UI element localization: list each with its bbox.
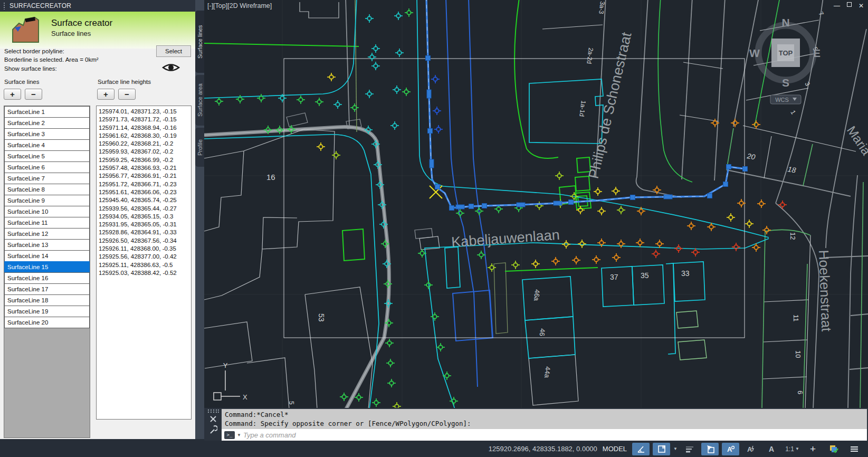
- survey-point: [436, 343, 445, 351]
- survey-point: [612, 187, 620, 195]
- surface-lines-listbox[interactable]: SurfaceLine 1SurfaceLine 2SurfaceLine 3S…: [4, 106, 90, 438]
- survey-point: [636, 239, 644, 247]
- tab-profile[interactable]: Profile: [195, 128, 204, 167]
- autoscale-button[interactable]: A: [742, 443, 760, 455]
- polyline-grip[interactable]: [569, 200, 574, 205]
- surface-line-item[interactable]: SurfaceLine 18: [4, 294, 90, 306]
- surface-line-item[interactable]: SurfaceLine 14: [4, 250, 90, 262]
- polyline-grip[interactable]: [426, 56, 431, 61]
- eye-icon[interactable]: [161, 61, 180, 74]
- survey-point: [572, 256, 580, 264]
- polyline-grip[interactable]: [427, 90, 431, 98]
- command-prompt-icon[interactable]: >_: [224, 431, 235, 439]
- add-surface-line-button[interactable]: +: [4, 89, 21, 100]
- remove-height-button[interactable]: −: [118, 89, 136, 100]
- wcs-menu[interactable]: WCS: [770, 95, 801, 104]
- surface-line-item[interactable]: SurfaceLine 3: [4, 128, 90, 140]
- polyline-grip[interactable]: [469, 204, 474, 209]
- polyline-grip[interactable]: [456, 205, 464, 209]
- palette-titlebar[interactable]: SURFACECREATOR: [0, 0, 195, 12]
- polyline-grip[interactable]: [631, 195, 635, 200]
- polyline-grip[interactable]: [727, 165, 731, 169]
- survey-point: [778, 201, 787, 209]
- surface-lines-other: [446, 0, 493, 387]
- surface-line-item[interactable]: SurfaceLine 5: [4, 150, 90, 162]
- survey-point: [731, 119, 739, 127]
- command-input-row[interactable]: >_ ▼ Type a command: [222, 429, 867, 441]
- surface-line-item[interactable]: SurfaceLine 16: [4, 272, 90, 284]
- command-dropdown-icon[interactable]: ▼: [237, 433, 241, 437]
- surface-line-item[interactable]: SurfaceLine 1: [4, 106, 90, 118]
- surface-line-heights-listbox[interactable]: 125974.01, 428371.23, -0.15125971.73, 42…: [96, 106, 192, 420]
- object-snap-button[interactable]: [653, 443, 670, 455]
- surface-line-item[interactable]: SurfaceLine 12: [4, 228, 90, 240]
- polyline-grip[interactable]: [664, 195, 672, 199]
- polyline-grip[interactable]: [517, 203, 525, 207]
- polyline-grip[interactable]: [554, 201, 562, 205]
- remove-surface-line-button[interactable]: −: [25, 89, 42, 100]
- surface-line-item[interactable]: SurfaceLine 8: [4, 184, 90, 195]
- height-row: 125959.93, 428367.02, -0.2: [97, 148, 191, 156]
- polyline-grip[interactable]: [708, 194, 712, 198]
- survey-point: [578, 240, 586, 248]
- viewport-controls-label[interactable]: [-][Top][2D Wireframe]: [207, 2, 272, 9]
- tab-surface-area[interactable]: Surface area: [195, 75, 204, 126]
- viewcube[interactable]: N W E S TOP WCS: [749, 16, 821, 104]
- command-input[interactable]: Type a command: [243, 431, 295, 439]
- survey-point: [236, 95, 244, 103]
- drawing-window-controls: — ✕: [834, 2, 864, 9]
- polyline-grip[interactable]: [743, 167, 748, 172]
- polyline-grip[interactable]: [450, 206, 454, 211]
- polyline-grip[interactable]: [430, 159, 434, 168]
- polyline-grip[interactable]: [428, 129, 433, 134]
- palette-grip-icon[interactable]: [3, 2, 6, 9]
- polyline-grip[interactable]: [482, 204, 487, 208]
- polar-tracking-button[interactable]: [632, 443, 650, 455]
- surface-line-item[interactable]: SurfaceLine 9: [4, 195, 90, 206]
- customization-button[interactable]: [845, 443, 863, 455]
- dock-grip-icon[interactable]: [207, 409, 219, 413]
- close-icon[interactable]: ✕: [859, 2, 864, 9]
- polyline-grip[interactable]: [435, 185, 440, 189]
- close-command-icon[interactable]: [209, 415, 217, 423]
- select-button[interactable]: Select: [156, 45, 191, 57]
- survey-point: [612, 253, 621, 262]
- add-height-button[interactable]: +: [97, 89, 115, 100]
- selection-cycling-button[interactable]: [701, 443, 719, 455]
- polyline-grips-layer[interactable]: [426, 56, 748, 211]
- tab-surface-lines[interactable]: Surface lines: [195, 11, 204, 73]
- command-history[interactable]: Command:*Cancel*Command: Specify opposit…: [222, 409, 867, 429]
- surface-line-item[interactable]: SurfaceLine 17: [4, 283, 90, 295]
- surface-line-item[interactable]: SurfaceLine 19: [4, 306, 90, 317]
- survey-point: [317, 142, 325, 151]
- drawing-viewport[interactable]: — ✕: [204, 0, 868, 409]
- height-row: 125951.72, 428366.71, -0.23: [97, 180, 191, 188]
- add-scales-button[interactable]: +: [804, 443, 822, 455]
- height-row: 125939.56, 428365.44, -0.27: [97, 205, 191, 213]
- surface-line-item[interactable]: SurfaceLine 2: [4, 117, 90, 129]
- survey-point: [531, 260, 540, 268]
- annotation-scale-control[interactable]: 1:1▼: [784, 443, 801, 455]
- lineweight-button[interactable]: [681, 443, 698, 455]
- ucs-y-label: Y: [223, 361, 228, 369]
- surface-line-item[interactable]: SurfaceLine 6: [4, 161, 90, 173]
- object-snap-dropdown-icon[interactable]: ▼: [673, 446, 678, 451]
- surface-line-item[interactable]: SurfaceLine 15: [4, 261, 90, 273]
- surface-line-item[interactable]: SurfaceLine 4: [4, 139, 90, 151]
- polyline-grip[interactable]: [723, 182, 728, 187]
- graphics-performance-button[interactable]: [825, 443, 842, 455]
- annotation-visibility-button[interactable]: A: [722, 443, 739, 455]
- model-space-button[interactable]: MODEL: [603, 445, 627, 453]
- minimize-icon[interactable]: —: [834, 2, 840, 9]
- surface-line-item[interactable]: SurfaceLine 10: [4, 206, 90, 217]
- wrench-icon[interactable]: [209, 425, 217, 434]
- survey-point: [592, 255, 600, 264]
- surface-line-item[interactable]: SurfaceLine 20: [4, 317, 90, 328]
- svg-text:1: 1: [789, 109, 797, 116]
- surface-line-item[interactable]: SurfaceLine 7: [4, 173, 90, 184]
- surface-line-item[interactable]: SurfaceLine 13: [4, 239, 90, 251]
- restore-icon[interactable]: [847, 2, 852, 7]
- surface-line-item[interactable]: SurfaceLine 11: [4, 217, 90, 229]
- model-space-canvas[interactable]: Kabeljauwenlaan Philips de Schonestraat …: [204, 0, 868, 409]
- annotation-monitor-button[interactable]: A: [763, 443, 780, 455]
